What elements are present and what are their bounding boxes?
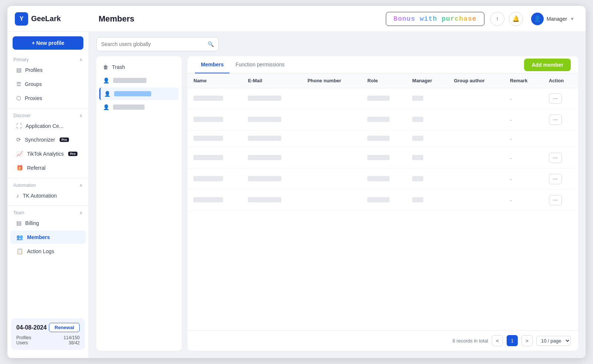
cell-phone (302, 88, 362, 109)
table-footer: 6 records in total < 1 > 10 / page 20 / … (188, 330, 578, 351)
cell-phone (302, 190, 362, 211)
sidebar-item-referral[interactable]: 🎁 Referral (10, 161, 86, 175)
cell-group-author (448, 190, 504, 211)
cell-remark: - (504, 130, 543, 148)
split-content: 🗑 Trash 👤 👤 👤 (89, 56, 586, 358)
user2-icon: 👤 (104, 91, 110, 97)
pro-badge-synchronizer: Pro (60, 138, 69, 142)
cell-manager (406, 109, 448, 130)
user-avatar: 👤 (531, 13, 544, 25)
table-row: -··· (188, 148, 578, 169)
col-phone: Phone number (302, 73, 362, 88)
cell-remark: - (504, 169, 543, 190)
chevron-up-icon-discover: ∧ (79, 113, 83, 118)
sidebar-item-members[interactable]: 👥 Members (10, 231, 86, 244)
sidebar-item-profiles[interactable]: ▤ Profiles (10, 63, 86, 77)
user1-icon: 👤 (103, 77, 109, 83)
cell-email (242, 148, 301, 169)
top-bar-actions: ↑ 🔔 👤 Manager ▼ (490, 11, 578, 27)
search-input[interactable] (101, 41, 208, 47)
next-page-btn[interactable]: > (521, 335, 533, 346)
chevron-up-icon-automation: ∧ (79, 183, 83, 188)
sidebar-item-tk-automation[interactable]: ♪ TK Automation (10, 189, 86, 202)
cell-action: ··· (543, 109, 578, 130)
trash-icon: 🗑 (103, 64, 108, 70)
left-panel-user1[interactable]: 👤 (99, 74, 179, 87)
cell-email (242, 130, 301, 148)
cell-name (188, 109, 242, 130)
cell-role (361, 148, 406, 169)
renewal-button[interactable]: Renewal (49, 323, 80, 332)
sidebar-item-app-center[interactable]: ⛶ Application Ce... (10, 119, 86, 132)
tab-members[interactable]: Members (195, 56, 229, 73)
sidebar-item-action-logs[interactable]: 📋 Action Logs (10, 245, 86, 258)
cell-remark: - (504, 88, 543, 109)
prev-page-btn[interactable]: < (492, 335, 503, 346)
sidebar-item-billing[interactable]: ▤ Billing (10, 216, 86, 230)
groups-icon: ☰ (16, 81, 21, 87)
cell-action: ··· (543, 169, 578, 190)
add-member-button[interactable]: Add member (524, 59, 571, 71)
action-menu-button[interactable]: ··· (549, 174, 562, 184)
table-row: - (188, 130, 578, 148)
page-title: Members (99, 14, 380, 24)
cell-email (242, 109, 301, 130)
profiles-stat: Profiles 114/150 (16, 335, 80, 340)
total-records: 6 records in total (453, 338, 488, 344)
upload-button[interactable]: ↑ (490, 12, 504, 26)
sidebar-bottom: 04-08-2024 Renewal Profiles 114/150 User… (11, 318, 85, 350)
cell-role (361, 88, 406, 109)
cell-group-author (448, 130, 504, 148)
members-table: Name E-Mail Phone number Role Manager Gr… (188, 73, 578, 330)
cell-remark: - (504, 190, 543, 211)
content-area: 🔍 🗑 Trash 👤 👤 (89, 32, 586, 358)
pro-badge-tiktok: Pro (68, 152, 77, 156)
sidebar-item-proxies[interactable]: ⬡ Proxies (10, 92, 86, 105)
current-page-btn[interactable]: 1 (507, 335, 518, 346)
action-menu-button[interactable]: ··· (549, 153, 562, 163)
user3-icon: 👤 (103, 104, 109, 110)
sidebar-section-team: Team ∧ (7, 209, 89, 216)
cell-group-author (448, 109, 504, 130)
notification-button[interactable]: 🔔 (509, 12, 523, 26)
table-row: -··· (188, 109, 578, 130)
cell-group-author (448, 88, 504, 109)
tab-function-permissions[interactable]: Function permissions (229, 56, 290, 73)
search-icon: 🔍 (208, 41, 214, 47)
cell-manager (406, 190, 448, 211)
left-panel-user3[interactable]: 👤 (99, 101, 179, 113)
sidebar-item-synchronizer[interactable]: ⟳ Synchronizer Pro (10, 133, 86, 146)
bottom-stats: Profiles 114/150 Users 38/42 (16, 335, 80, 345)
cell-role (361, 130, 406, 148)
action-menu-button[interactable]: ··· (549, 115, 562, 125)
action-menu-button[interactable]: ··· (549, 93, 562, 104)
top-bar: Y GeeLark Members Bonus with purchase ↑ … (7, 6, 586, 32)
chevron-down-icon: ▼ (570, 16, 574, 21)
user-dropdown[interactable]: 👤 Manager ▼ (527, 11, 578, 27)
synchronizer-icon: ⟳ (16, 136, 21, 143)
left-panel-user2[interactable]: 👤 (99, 87, 179, 100)
cell-manager (406, 169, 448, 190)
per-page-select[interactable]: 10 / page 20 / page 50 / page (536, 336, 571, 346)
sidebar-item-groups[interactable]: ☰ Groups (10, 77, 86, 91)
action-logs-icon: 📋 (16, 248, 23, 255)
cell-phone (302, 109, 362, 130)
tabs-row: Members Function permissions Add member (188, 56, 578, 73)
cell-manager (406, 148, 448, 169)
left-panel-trash[interactable]: 🗑 Trash (99, 61, 179, 73)
cell-email (242, 190, 301, 211)
sidebar-item-tiktok[interactable]: 📈 TikTok Analytics Pro (10, 147, 86, 161)
col-group-author: Group author (448, 73, 504, 88)
sidebar-section-discover: Discover ∧ (7, 112, 89, 119)
action-menu-button[interactable]: ··· (549, 195, 562, 205)
col-name: Name (188, 73, 242, 88)
logo-icon: Y (15, 12, 28, 26)
expiry-date: 04-08-2024 (16, 324, 47, 331)
cell-name (188, 130, 242, 148)
col-remark: Remark (504, 73, 543, 88)
cell-action: ··· (543, 190, 578, 211)
members-icon: 👥 (16, 234, 23, 241)
cell-phone (302, 130, 362, 148)
new-profile-button[interactable]: + New profile (13, 36, 83, 50)
bonus-banner[interactable]: Bonus with purchase (386, 12, 484, 26)
